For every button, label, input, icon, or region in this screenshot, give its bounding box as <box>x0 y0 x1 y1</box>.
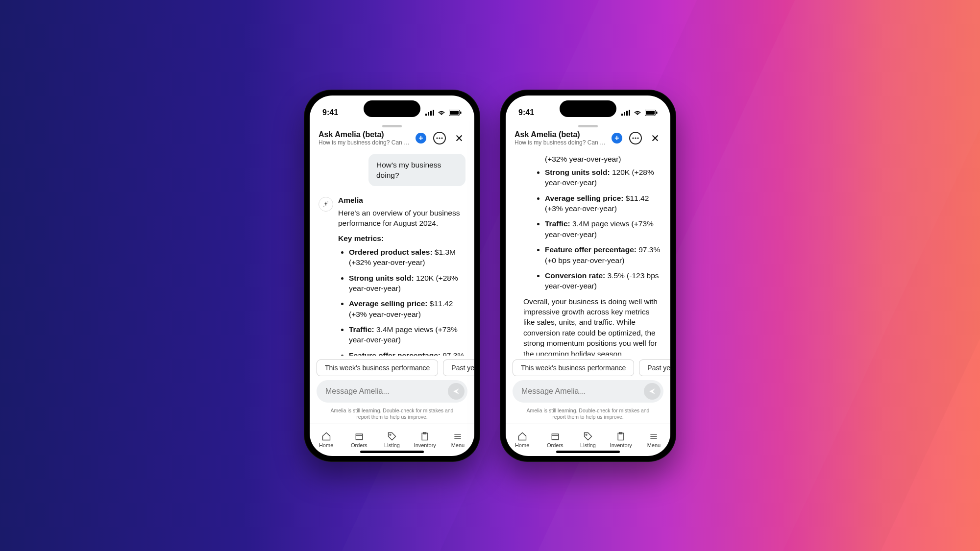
promo-stage: 9:41 Ask Amelia (beta) How is my busines… <box>0 0 980 551</box>
svg-rect-22 <box>656 111 658 114</box>
home-indicator[interactable] <box>556 451 620 453</box>
home-icon <box>517 431 527 441</box>
close-button[interactable] <box>453 132 466 144</box>
message-input[interactable] <box>325 387 448 396</box>
assistant-message: Amelia Here's an overview of your busine… <box>318 195 466 356</box>
cellular-icon <box>425 110 434 116</box>
assistant-avatar <box>318 197 333 212</box>
clipboard-icon <box>420 431 430 441</box>
menu-icon <box>649 431 659 441</box>
svg-rect-3 <box>433 110 434 116</box>
dynamic-island <box>560 100 616 117</box>
tab-menu[interactable]: Menu <box>441 424 474 456</box>
assistant-name: Amelia <box>338 195 466 205</box>
sparkle-icon <box>322 201 329 208</box>
ellipsis-icon <box>436 137 443 139</box>
metric-item: Conversion rate: 3.5% (-123 bps year-ove… <box>545 270 662 291</box>
chat-scroll[interactable]: (+32% year-over-year) Strong units sold:… <box>506 149 670 356</box>
svg-point-27 <box>586 434 587 435</box>
message-input[interactable] <box>521 387 644 396</box>
sheet-grabber[interactable] <box>578 125 598 127</box>
svg-point-25 <box>637 137 638 139</box>
new-chat-button[interactable]: + <box>612 133 622 144</box>
disclaimer-text: Amelia is still learning. Double-check f… <box>506 406 670 423</box>
device-screen: 9:41 Ask Amelia (beta) How is my busines… <box>310 96 474 456</box>
clipboard-icon <box>616 431 626 441</box>
chat-header: Ask Amelia (beta) How is my business doi… <box>506 128 670 149</box>
metrics-list: Strong units sold: 120K (+28% year-over-… <box>534 167 662 291</box>
orders-icon <box>354 431 364 441</box>
suggestion-row[interactable]: This week's business performance Past ye… <box>310 356 474 380</box>
send-button[interactable] <box>448 383 465 400</box>
svg-point-10 <box>327 202 328 203</box>
suggestion-chip[interactable]: Past year's bu <box>443 359 474 376</box>
chat-subtitle: How is my business doing? Can you… <box>318 139 412 146</box>
more-options-button[interactable] <box>433 132 446 144</box>
metric-item: Ordered product sales: $1.3M (+32% year-… <box>349 247 466 268</box>
wifi-icon <box>633 110 642 116</box>
svg-rect-18 <box>626 111 628 116</box>
close-icon <box>455 134 464 143</box>
tab-home[interactable]: Home <box>506 424 539 456</box>
svg-rect-1 <box>428 112 429 116</box>
suggestion-chip[interactable]: This week's business performance <box>317 359 438 376</box>
chat-subtitle: How is my business doing? Can you… <box>514 139 608 146</box>
more-options-button[interactable] <box>629 132 642 144</box>
user-message: How's my business doing? <box>368 154 466 187</box>
chat-title: Ask Amelia (beta) <box>514 130 608 139</box>
svg-rect-21 <box>646 111 655 115</box>
chat-scroll[interactable]: How's my business doing? Amelia Here's a… <box>310 149 474 356</box>
assistant-summary: Overall, your business is doing well wit… <box>523 296 662 356</box>
svg-point-8 <box>439 137 440 139</box>
message-input-bar <box>317 380 467 403</box>
svg-point-11 <box>323 206 324 207</box>
chat-title: Ask Amelia (beta) <box>318 130 412 139</box>
metric-item: Feature offer percentage: 97.3% (+0 bps … <box>545 244 662 265</box>
svg-rect-12 <box>356 434 362 440</box>
svg-rect-6 <box>460 111 462 114</box>
metric-item: Feature offer percentage: 97.3% (+0 bps … <box>349 350 466 356</box>
home-indicator[interactable] <box>360 451 424 453</box>
wifi-icon <box>437 110 446 116</box>
suggestion-chip[interactable]: This week's business performance <box>513 359 634 376</box>
tag-icon <box>387 431 397 441</box>
svg-rect-16 <box>621 114 623 116</box>
metric-item: Average selling price: $11.42 (+3% year-… <box>545 193 662 214</box>
metrics-list: Ordered product sales: $1.3M (+32% year-… <box>338 247 466 356</box>
orders-icon <box>550 431 560 441</box>
status-indicators <box>621 110 658 116</box>
tab-home[interactable]: Home <box>310 424 343 456</box>
send-button[interactable] <box>644 383 661 400</box>
svg-rect-17 <box>624 112 625 116</box>
composer <box>310 380 474 406</box>
metric-item: Strong units sold: 120K (+28% year-over-… <box>349 273 466 294</box>
send-icon <box>452 387 460 395</box>
dynamic-island <box>364 100 420 117</box>
composer <box>506 380 670 406</box>
status-indicators <box>425 110 462 116</box>
device-frame-right: 9:41 Ask Amelia (beta) How is my busines… <box>500 90 676 462</box>
svg-rect-0 <box>425 114 427 116</box>
battery-icon <box>449 110 462 116</box>
suggestion-row[interactable]: This week's business performance Past ye… <box>506 356 670 380</box>
message-input-bar <box>513 380 663 403</box>
home-icon <box>321 431 331 441</box>
metric-item: Traffic: 3.4M page views (+73% year-over… <box>545 218 662 240</box>
disclaimer-text: Amelia is still learning. Double-check f… <box>310 406 474 423</box>
status-time: 9:41 <box>518 108 534 117</box>
close-button[interactable] <box>649 132 662 144</box>
svg-point-13 <box>390 434 391 435</box>
device-screen: 9:41 Ask Amelia (beta) How is my busines… <box>506 96 670 456</box>
ellipsis-icon <box>632 137 639 139</box>
svg-point-9 <box>441 137 442 139</box>
tag-icon <box>583 431 593 441</box>
battery-icon <box>645 110 658 116</box>
sheet-grabber[interactable] <box>382 125 402 127</box>
suggestion-chip[interactable]: Past year's bu <box>639 359 670 376</box>
svg-rect-5 <box>450 111 459 115</box>
close-icon <box>651 134 660 143</box>
metric-item: Traffic: 3.4M page views (+73% year-over… <box>349 324 466 345</box>
tab-menu[interactable]: Menu <box>637 424 670 456</box>
new-chat-button[interactable]: + <box>416 133 426 144</box>
svg-point-23 <box>632 137 634 139</box>
